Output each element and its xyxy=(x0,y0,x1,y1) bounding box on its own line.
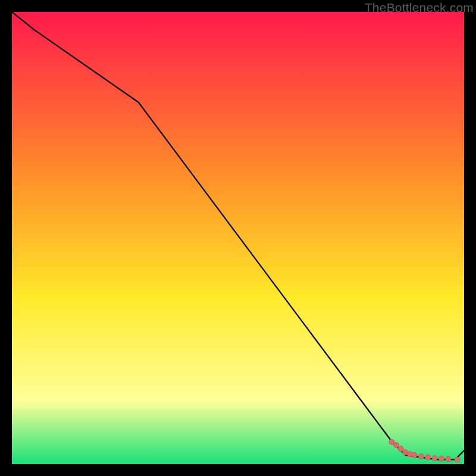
marker-dot xyxy=(418,454,424,459)
marker-dot xyxy=(425,455,431,460)
chart-svg xyxy=(12,12,464,464)
marker-dot xyxy=(439,456,444,461)
gradient-bg xyxy=(12,12,464,464)
watermark-text: TheBottleneck.com xyxy=(365,1,474,15)
chart-frame xyxy=(12,12,464,464)
marker-dot xyxy=(398,446,403,452)
marker-dot xyxy=(446,456,451,462)
marker-dot xyxy=(412,452,417,458)
marker-dot xyxy=(394,443,399,448)
marker-dot xyxy=(432,456,437,461)
marker-dot xyxy=(455,457,460,462)
